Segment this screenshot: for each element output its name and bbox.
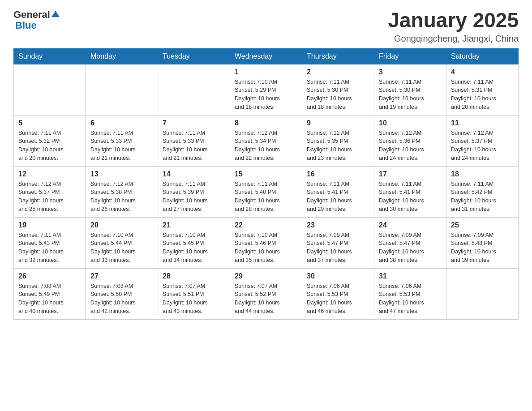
calendar-cell: 8Sunrise: 7:12 AM Sunset: 5:34 PM Daylig… [230, 115, 302, 166]
calendar-cell: 13Sunrise: 7:12 AM Sunset: 5:38 PM Dayli… [86, 166, 158, 217]
week-row-2: 5Sunrise: 7:11 AM Sunset: 5:32 PM Daylig… [14, 115, 519, 166]
cell-date-number: 2 [307, 68, 369, 76]
day-header-thursday: Thursday [302, 48, 374, 64]
cell-info-text: Sunrise: 7:08 AM Sunset: 5:50 PM Dayligh… [90, 282, 153, 316]
logo-triangle-icon [51, 11, 60, 17]
cell-date-number: 26 [18, 272, 81, 280]
cell-date-number: 22 [235, 221, 297, 229]
cell-date-number: 8 [235, 119, 297, 127]
cell-date-number: 21 [163, 221, 225, 229]
calendar-cell: 22Sunrise: 7:10 AM Sunset: 5:46 PM Dayli… [230, 217, 302, 268]
cell-date-number: 28 [163, 272, 225, 280]
cell-info-text: Sunrise: 7:11 AM Sunset: 5:30 PM Dayligh… [379, 78, 442, 111]
cell-info-text: Sunrise: 7:11 AM Sunset: 5:33 PM Dayligh… [163, 129, 225, 163]
calendar-cell: 5Sunrise: 7:11 AM Sunset: 5:32 PM Daylig… [14, 115, 86, 166]
cell-date-number: 20 [90, 221, 153, 229]
cell-info-text: Sunrise: 7:11 AM Sunset: 5:43 PM Dayligh… [18, 231, 81, 265]
calendar-cell [86, 64, 158, 115]
calendar-cell: 3Sunrise: 7:11 AM Sunset: 5:30 PM Daylig… [374, 64, 446, 115]
week-row-5: 26Sunrise: 7:08 AM Sunset: 5:49 PM Dayli… [14, 268, 519, 319]
cell-date-number: 30 [307, 272, 369, 280]
calendar-cell: 14Sunrise: 7:11 AM Sunset: 5:39 PM Dayli… [158, 166, 230, 217]
cell-date-number: 10 [379, 119, 442, 127]
title-block: January 2025 Gongqingcheng, Jiangxi, Chi… [388, 9, 519, 44]
cell-date-number: 27 [90, 272, 153, 280]
cell-info-text: Sunrise: 7:07 AM Sunset: 5:51 PM Dayligh… [163, 282, 225, 316]
day-header-friday: Friday [374, 48, 446, 64]
calendar-cell: 30Sunrise: 7:06 AM Sunset: 5:53 PM Dayli… [302, 268, 374, 319]
calendar-cell: 11Sunrise: 7:12 AM Sunset: 5:37 PM Dayli… [446, 115, 519, 166]
calendar-cell: 4Sunrise: 7:11 AM Sunset: 5:31 PM Daylig… [446, 64, 519, 115]
week-row-4: 19Sunrise: 7:11 AM Sunset: 5:43 PM Dayli… [14, 217, 519, 268]
calendar-cell: 15Sunrise: 7:11 AM Sunset: 5:40 PM Dayli… [230, 166, 302, 217]
cell-date-number: 16 [307, 170, 369, 178]
logo: General Blue [13, 9, 60, 31]
day-header-tuesday: Tuesday [158, 48, 230, 64]
page-header: General Blue January 2025 Gongqingcheng,… [13, 9, 519, 44]
cell-date-number: 11 [451, 119, 514, 127]
calendar-cell: 29Sunrise: 7:07 AM Sunset: 5:52 PM Dayli… [230, 268, 302, 319]
cell-date-number: 14 [163, 170, 225, 178]
cell-info-text: Sunrise: 7:07 AM Sunset: 5:52 PM Dayligh… [235, 282, 297, 316]
calendar-cell: 25Sunrise: 7:09 AM Sunset: 5:48 PM Dayli… [446, 217, 519, 268]
cell-info-text: Sunrise: 7:11 AM Sunset: 5:30 PM Dayligh… [307, 78, 369, 111]
cell-info-text: Sunrise: 7:10 AM Sunset: 5:44 PM Dayligh… [90, 231, 153, 265]
calendar-cell: 18Sunrise: 7:11 AM Sunset: 5:42 PM Dayli… [446, 166, 519, 217]
cell-info-text: Sunrise: 7:11 AM Sunset: 5:33 PM Dayligh… [90, 129, 153, 163]
cell-date-number: 9 [307, 119, 369, 127]
cell-info-text: Sunrise: 7:09 AM Sunset: 5:48 PM Dayligh… [451, 231, 514, 265]
cell-date-number: 18 [451, 170, 514, 178]
week-row-3: 12Sunrise: 7:12 AM Sunset: 5:37 PM Dayli… [14, 166, 519, 217]
cell-info-text: Sunrise: 7:10 AM Sunset: 5:45 PM Dayligh… [163, 231, 225, 265]
calendar-cell: 12Sunrise: 7:12 AM Sunset: 5:37 PM Dayli… [14, 166, 86, 217]
calendar-cell: 31Sunrise: 7:06 AM Sunset: 5:53 PM Dayli… [374, 268, 446, 319]
cell-info-text: Sunrise: 7:11 AM Sunset: 5:40 PM Dayligh… [235, 180, 297, 214]
calendar-cell [14, 64, 86, 115]
day-header-sunday: Sunday [14, 48, 86, 64]
cell-date-number: 4 [451, 68, 514, 76]
cell-date-number: 19 [18, 221, 81, 229]
cell-info-text: Sunrise: 7:06 AM Sunset: 5:53 PM Dayligh… [307, 282, 369, 316]
calendar-cell [446, 268, 519, 319]
calendar-cell: 26Sunrise: 7:08 AM Sunset: 5:49 PM Dayli… [14, 268, 86, 319]
calendar-cell: 16Sunrise: 7:11 AM Sunset: 5:41 PM Dayli… [302, 166, 374, 217]
cell-date-number: 13 [90, 170, 153, 178]
calendar-cell: 10Sunrise: 7:12 AM Sunset: 5:36 PM Dayli… [374, 115, 446, 166]
cell-date-number: 23 [307, 221, 369, 229]
cell-date-number: 5 [18, 119, 81, 127]
calendar-cell: 7Sunrise: 7:11 AM Sunset: 5:33 PM Daylig… [158, 115, 230, 166]
calendar-cell: 1Sunrise: 7:10 AM Sunset: 5:29 PM Daylig… [230, 64, 302, 115]
cell-info-text: Sunrise: 7:12 AM Sunset: 5:38 PM Dayligh… [90, 180, 153, 214]
cell-info-text: Sunrise: 7:12 AM Sunset: 5:34 PM Dayligh… [235, 129, 297, 163]
cell-date-number: 24 [379, 221, 442, 229]
cell-info-text: Sunrise: 7:11 AM Sunset: 5:32 PM Dayligh… [18, 129, 81, 163]
calendar-cell: 21Sunrise: 7:10 AM Sunset: 5:45 PM Dayli… [158, 217, 230, 268]
cell-info-text: Sunrise: 7:09 AM Sunset: 5:47 PM Dayligh… [379, 231, 442, 265]
cell-date-number: 31 [379, 272, 442, 280]
calendar-cell: 2Sunrise: 7:11 AM Sunset: 5:30 PM Daylig… [302, 64, 374, 115]
week-row-1: 1Sunrise: 7:10 AM Sunset: 5:29 PM Daylig… [14, 64, 519, 115]
cell-date-number: 7 [163, 119, 225, 127]
calendar-cell: 9Sunrise: 7:12 AM Sunset: 5:35 PM Daylig… [302, 115, 374, 166]
calendar-cell: 23Sunrise: 7:09 AM Sunset: 5:47 PM Dayli… [302, 217, 374, 268]
cell-date-number: 17 [379, 170, 442, 178]
page-title: January 2025 [388, 9, 519, 32]
cell-info-text: Sunrise: 7:11 AM Sunset: 5:41 PM Dayligh… [307, 180, 369, 214]
cell-info-text: Sunrise: 7:09 AM Sunset: 5:47 PM Dayligh… [307, 231, 369, 265]
cell-info-text: Sunrise: 7:10 AM Sunset: 5:46 PM Dayligh… [235, 231, 297, 265]
calendar-cell: 6Sunrise: 7:11 AM Sunset: 5:33 PM Daylig… [86, 115, 158, 166]
logo-blue-text: Blue [15, 20, 37, 31]
page-subtitle: Gongqingcheng, Jiangxi, China [388, 34, 519, 44]
calendar-cell: 27Sunrise: 7:08 AM Sunset: 5:50 PM Dayli… [86, 268, 158, 319]
day-header-monday: Monday [86, 48, 158, 64]
cell-info-text: Sunrise: 7:12 AM Sunset: 5:35 PM Dayligh… [307, 129, 369, 163]
calendar-cell: 19Sunrise: 7:11 AM Sunset: 5:43 PM Dayli… [14, 217, 86, 268]
cell-info-text: Sunrise: 7:12 AM Sunset: 5:36 PM Dayligh… [379, 129, 442, 163]
calendar-cell: 20Sunrise: 7:10 AM Sunset: 5:44 PM Dayli… [86, 217, 158, 268]
calendar-cell: 17Sunrise: 7:11 AM Sunset: 5:41 PM Dayli… [374, 166, 446, 217]
cell-date-number: 1 [235, 68, 297, 76]
cell-info-text: Sunrise: 7:06 AM Sunset: 5:53 PM Dayligh… [379, 282, 442, 316]
calendar-cell [158, 64, 230, 115]
cell-info-text: Sunrise: 7:12 AM Sunset: 5:37 PM Dayligh… [18, 180, 81, 214]
calendar-cell: 24Sunrise: 7:09 AM Sunset: 5:47 PM Dayli… [374, 217, 446, 268]
